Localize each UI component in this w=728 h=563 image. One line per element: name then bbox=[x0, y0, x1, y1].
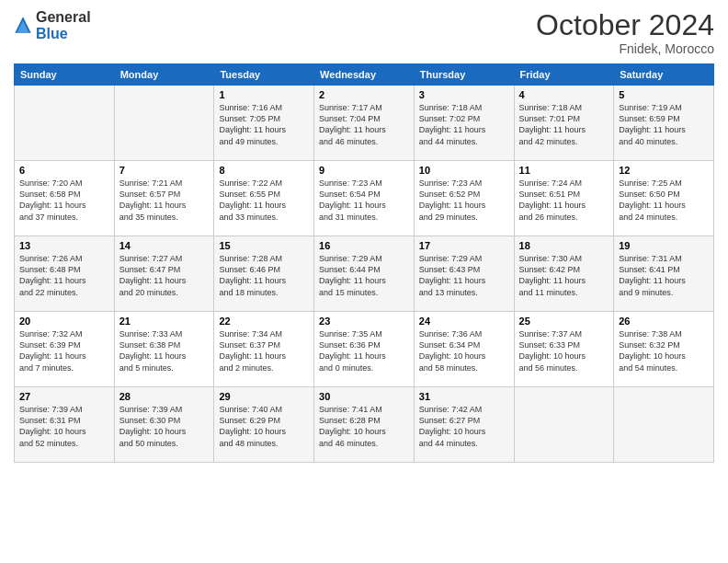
day-number: 14 bbox=[119, 240, 210, 251]
table-row: 15Sunrise: 7:28 AM Sunset: 6:46 PM Dayli… bbox=[214, 236, 314, 312]
page: General Blue October 2024 Fnidek, Morocc… bbox=[0, 0, 728, 563]
day-number: 9 bbox=[319, 165, 409, 176]
day-info: Sunrise: 7:30 AM Sunset: 6:42 PM Dayligh… bbox=[519, 253, 609, 298]
table-row: 12Sunrise: 7:25 AM Sunset: 6:50 PM Dayli… bbox=[614, 161, 714, 236]
day-number: 15 bbox=[219, 240, 309, 251]
table-row: 4Sunrise: 7:18 AM Sunset: 7:01 PM Daylig… bbox=[514, 86, 614, 161]
day-number: 10 bbox=[419, 165, 509, 176]
day-info: Sunrise: 7:40 AM Sunset: 6:29 PM Dayligh… bbox=[219, 404, 309, 449]
table-row: 23Sunrise: 7:35 AM Sunset: 6:36 PM Dayli… bbox=[314, 312, 415, 387]
table-row bbox=[15, 86, 115, 161]
day-info: Sunrise: 7:18 AM Sunset: 7:02 PM Dayligh… bbox=[419, 102, 509, 147]
col-saturday: Saturday bbox=[614, 64, 714, 86]
day-info: Sunrise: 7:38 AM Sunset: 6:32 PM Dayligh… bbox=[619, 328, 709, 373]
day-number: 8 bbox=[219, 165, 309, 176]
table-row: 5Sunrise: 7:19 AM Sunset: 6:59 PM Daylig… bbox=[614, 86, 714, 161]
table-row: 21Sunrise: 7:33 AM Sunset: 6:38 PM Dayli… bbox=[114, 312, 214, 387]
table-row: 31Sunrise: 7:42 AM Sunset: 6:27 PM Dayli… bbox=[414, 387, 514, 463]
day-number: 16 bbox=[319, 240, 409, 251]
table-row: 3Sunrise: 7:18 AM Sunset: 7:02 PM Daylig… bbox=[414, 86, 514, 161]
day-number: 5 bbox=[619, 89, 709, 100]
calendar-week-4: 20Sunrise: 7:32 AM Sunset: 6:39 PM Dayli… bbox=[15, 312, 714, 387]
table-row: 27Sunrise: 7:39 AM Sunset: 6:31 PM Dayli… bbox=[15, 387, 115, 463]
day-number: 30 bbox=[319, 391, 409, 402]
col-sunday: Sunday bbox=[15, 64, 115, 86]
table-row: 19Sunrise: 7:31 AM Sunset: 6:41 PM Dayli… bbox=[614, 236, 714, 312]
calendar-week-5: 27Sunrise: 7:39 AM Sunset: 6:31 PM Dayli… bbox=[15, 387, 714, 463]
table-row: 18Sunrise: 7:30 AM Sunset: 6:42 PM Dayli… bbox=[514, 236, 614, 312]
day-number: 24 bbox=[419, 316, 509, 327]
day-info: Sunrise: 7:34 AM Sunset: 6:37 PM Dayligh… bbox=[219, 328, 309, 373]
day-info: Sunrise: 7:28 AM Sunset: 6:46 PM Dayligh… bbox=[219, 253, 309, 298]
day-info: Sunrise: 7:26 AM Sunset: 6:48 PM Dayligh… bbox=[19, 253, 109, 298]
table-row: 6Sunrise: 7:20 AM Sunset: 6:58 PM Daylig… bbox=[15, 161, 115, 236]
table-row: 11Sunrise: 7:24 AM Sunset: 6:51 PM Dayli… bbox=[514, 161, 614, 236]
table-row: 16Sunrise: 7:29 AM Sunset: 6:44 PM Dayli… bbox=[314, 236, 415, 312]
day-number: 12 bbox=[619, 165, 709, 176]
day-info: Sunrise: 7:33 AM Sunset: 6:38 PM Dayligh… bbox=[119, 328, 210, 373]
header-row: Sunday Monday Tuesday Wednesday Thursday… bbox=[15, 64, 714, 86]
table-row: 20Sunrise: 7:32 AM Sunset: 6:39 PM Dayli… bbox=[15, 312, 115, 387]
day-info: Sunrise: 7:24 AM Sunset: 6:51 PM Dayligh… bbox=[519, 178, 609, 223]
day-info: Sunrise: 7:21 AM Sunset: 6:57 PM Dayligh… bbox=[119, 178, 210, 223]
logo-blue: Blue bbox=[36, 26, 91, 42]
logo-icon bbox=[14, 16, 32, 34]
table-row bbox=[614, 387, 714, 463]
table-row: 2Sunrise: 7:17 AM Sunset: 7:04 PM Daylig… bbox=[314, 86, 415, 161]
table-row: 14Sunrise: 7:27 AM Sunset: 6:47 PM Dayli… bbox=[114, 236, 214, 312]
table-row: 13Sunrise: 7:26 AM Sunset: 6:48 PM Dayli… bbox=[15, 236, 115, 312]
table-row: 30Sunrise: 7:41 AM Sunset: 6:28 PM Dayli… bbox=[314, 387, 415, 463]
title-block: October 2024 Fnidek, Morocco bbox=[536, 9, 714, 56]
day-info: Sunrise: 7:31 AM Sunset: 6:41 PM Dayligh… bbox=[619, 253, 709, 298]
table-row: 1Sunrise: 7:16 AM Sunset: 7:05 PM Daylig… bbox=[214, 86, 314, 161]
table-row: 8Sunrise: 7:22 AM Sunset: 6:55 PM Daylig… bbox=[214, 161, 314, 236]
day-info: Sunrise: 7:32 AM Sunset: 6:39 PM Dayligh… bbox=[19, 328, 109, 373]
table-row: 17Sunrise: 7:29 AM Sunset: 6:43 PM Dayli… bbox=[414, 236, 514, 312]
day-info: Sunrise: 7:35 AM Sunset: 6:36 PM Dayligh… bbox=[319, 328, 409, 373]
header: General Blue October 2024 Fnidek, Morocc… bbox=[14, 9, 714, 56]
day-number: 3 bbox=[419, 89, 509, 100]
day-info: Sunrise: 7:19 AM Sunset: 6:59 PM Dayligh… bbox=[619, 102, 709, 147]
day-info: Sunrise: 7:39 AM Sunset: 6:31 PM Dayligh… bbox=[19, 404, 109, 449]
table-row bbox=[514, 387, 614, 463]
day-number: 25 bbox=[519, 316, 609, 327]
day-info: Sunrise: 7:39 AM Sunset: 6:30 PM Dayligh… bbox=[119, 404, 210, 449]
calendar-week-2: 6Sunrise: 7:20 AM Sunset: 6:58 PM Daylig… bbox=[15, 161, 714, 236]
logo-text: General Blue bbox=[36, 9, 91, 41]
table-row: 29Sunrise: 7:40 AM Sunset: 6:29 PM Dayli… bbox=[214, 387, 314, 463]
day-number: 23 bbox=[319, 316, 409, 327]
day-info: Sunrise: 7:23 AM Sunset: 6:52 PM Dayligh… bbox=[419, 178, 509, 223]
day-number: 17 bbox=[419, 240, 509, 251]
day-info: Sunrise: 7:22 AM Sunset: 6:55 PM Dayligh… bbox=[219, 178, 309, 223]
month-title: October 2024 bbox=[536, 9, 714, 41]
day-number: 20 bbox=[19, 316, 109, 327]
day-info: Sunrise: 7:20 AM Sunset: 6:58 PM Dayligh… bbox=[19, 178, 109, 223]
col-wednesday: Wednesday bbox=[314, 64, 415, 86]
day-number: 11 bbox=[519, 165, 609, 176]
day-number: 1 bbox=[219, 89, 309, 100]
table-row: 24Sunrise: 7:36 AM Sunset: 6:34 PM Dayli… bbox=[414, 312, 514, 387]
location: Fnidek, Morocco bbox=[536, 41, 714, 56]
day-number: 27 bbox=[19, 391, 109, 402]
day-number: 18 bbox=[519, 240, 609, 251]
day-number: 22 bbox=[219, 316, 309, 327]
col-thursday: Thursday bbox=[414, 64, 514, 86]
table-row: 25Sunrise: 7:37 AM Sunset: 6:33 PM Dayli… bbox=[514, 312, 614, 387]
table-row: 9Sunrise: 7:23 AM Sunset: 6:54 PM Daylig… bbox=[314, 161, 415, 236]
day-number: 19 bbox=[619, 240, 709, 251]
day-info: Sunrise: 7:16 AM Sunset: 7:05 PM Dayligh… bbox=[219, 102, 309, 147]
day-info: Sunrise: 7:41 AM Sunset: 6:28 PM Dayligh… bbox=[319, 404, 409, 449]
day-number: 28 bbox=[119, 391, 210, 402]
day-info: Sunrise: 7:29 AM Sunset: 6:43 PM Dayligh… bbox=[419, 253, 509, 298]
table-row bbox=[114, 86, 214, 161]
day-number: 26 bbox=[619, 316, 709, 327]
day-number: 21 bbox=[119, 316, 210, 327]
day-info: Sunrise: 7:17 AM Sunset: 7:04 PM Dayligh… bbox=[319, 102, 409, 147]
logo-general: General bbox=[36, 9, 91, 26]
day-number: 2 bbox=[319, 89, 409, 100]
day-info: Sunrise: 7:36 AM Sunset: 6:34 PM Dayligh… bbox=[419, 328, 509, 373]
table-row: 10Sunrise: 7:23 AM Sunset: 6:52 PM Dayli… bbox=[414, 161, 514, 236]
col-tuesday: Tuesday bbox=[214, 64, 314, 86]
table-row: 22Sunrise: 7:34 AM Sunset: 6:37 PM Dayli… bbox=[214, 312, 314, 387]
calendar-week-3: 13Sunrise: 7:26 AM Sunset: 6:48 PM Dayli… bbox=[15, 236, 714, 312]
